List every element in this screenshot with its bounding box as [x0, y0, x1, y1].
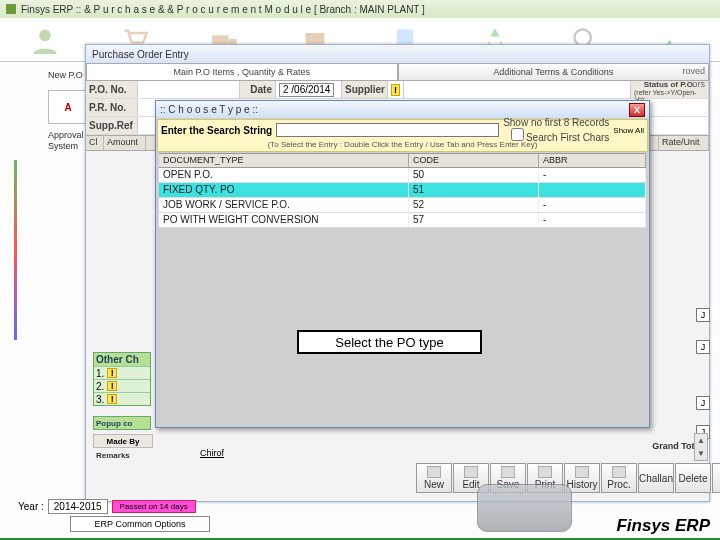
row-j-box[interactable]: J [696, 308, 710, 322]
tab-terms[interactable]: Additional Terms & Conditions [398, 63, 710, 81]
supp-ref-label: Supp.Ref [86, 117, 138, 134]
approval-label: Approval System [48, 130, 88, 152]
made-by-value: Chirof [200, 448, 224, 458]
warn-icon[interactable]: ! [107, 368, 117, 378]
other-ch-row[interactable]: 3.! [94, 392, 150, 405]
other-ch-row[interactable]: 1.! [94, 366, 150, 379]
choose-row-selected[interactable]: FIXED QTY. PO51 [159, 183, 646, 198]
brand-label: Finsys ERP [616, 516, 710, 536]
choose-type-titlebar: :: C h o o s e T y p e :: X [156, 101, 649, 118]
history-icon [575, 466, 589, 478]
scroll-down-icon[interactable]: ▼ [695, 447, 707, 460]
challan-button[interactable]: Challan [638, 463, 674, 493]
exit-button[interactable]: Exit [712, 463, 720, 493]
other-ch-row[interactable]: 2.! [94, 379, 150, 392]
other-charges-box: Other Ch 1.! 2.! 3.! [93, 352, 151, 406]
scroll-up-icon[interactable]: ▲ [695, 434, 707, 447]
choose-row[interactable]: OPEN P.O.50- [159, 168, 646, 183]
made-by-label: Made By [93, 434, 153, 448]
warn-icon[interactable]: ! [107, 381, 117, 391]
enter-search-label: Enter the Search String [161, 125, 272, 136]
svg-point-0 [39, 29, 51, 41]
po-window-title: Purchase Order Entry [86, 45, 709, 63]
approval-a-icon[interactable]: A [48, 90, 88, 124]
magenta-status[interactable]: Passed on 14 days [112, 500, 196, 513]
choose-type-dialog: :: C h o o s e T y p e :: X Enter the Se… [155, 100, 650, 428]
proc-button[interactable]: Proc. [601, 463, 637, 493]
po-no-field[interactable] [138, 81, 240, 98]
color-strip [14, 160, 17, 340]
row-j-box[interactable]: J [696, 340, 710, 354]
pr-no-label: P.R. No. [86, 99, 138, 116]
device-image [477, 484, 572, 532]
save-icon [501, 466, 515, 478]
po-no-label: P.O. No. [86, 81, 138, 98]
overflow-text: roved [682, 66, 705, 76]
year-value[interactable]: 2014-2015 [48, 499, 108, 514]
search-panel: Enter the Search String Show no first 8 … [157, 119, 648, 152]
delete-button[interactable]: Delete [675, 463, 711, 493]
other-ch-header: Other Ch [94, 353, 150, 366]
erp-common-options-button[interactable]: ERP Common Options [70, 516, 210, 532]
choose-grid-header: DOCUMENT_TYPE CODE ABBR [159, 153, 646, 168]
supplier-label: Supplier [342, 81, 388, 98]
choose-type-title: :: C h o o s e T y p e :: [160, 104, 258, 115]
warn-icon[interactable]: ! [107, 394, 117, 404]
overflow-text2: ors [692, 79, 705, 89]
show-all-link[interactable]: Show All [613, 126, 644, 135]
choose-row[interactable]: JOB WORK / SERVICE P.O.52- [159, 198, 646, 213]
user-icon [29, 26, 61, 54]
choose-grid-rows: OPEN P.O.50- FIXED QTY. PO51 JOB WORK / … [159, 168, 646, 228]
close-icon[interactable]: X [629, 103, 645, 117]
print-icon [538, 466, 552, 478]
app-titlebar: Finsys ERP :: & P u r c h a s e & & P r … [0, 0, 720, 18]
new-icon [427, 466, 441, 478]
date-label: Date [240, 81, 276, 98]
new-po-label: New P.O [48, 70, 83, 80]
app-icon [6, 4, 16, 14]
choose-empty-area [159, 228, 646, 398]
date-input[interactable]: 2 /06/2014 [279, 83, 334, 97]
remarks-scrollbar[interactable]: ▲▼ [694, 433, 708, 461]
year-bar: Year : 2014-2015 Passed on 14 days [18, 499, 196, 514]
svg-point-5 [575, 29, 591, 45]
year-label: Year : [18, 501, 44, 512]
supplier-lookup-icon[interactable]: ! [391, 84, 400, 96]
callout-label: Select the PO type [297, 330, 482, 354]
row-j-box[interactable]: J [696, 396, 710, 410]
choose-row[interactable]: PO WITH WEIGHT CONVERSION57- [159, 213, 646, 228]
remarks-label: Remarks [93, 448, 153, 462]
po-tabs: Main P.O Items , Quantity & Rates Additi… [86, 63, 709, 81]
tab-items[interactable]: Main P.O Items , Quantity & Rates [86, 63, 398, 81]
show-first-label[interactable]: Show no first 8 Records [503, 117, 609, 128]
supplier-field[interactable] [404, 81, 631, 98]
popup-co-button[interactable]: Popup co [93, 416, 151, 430]
app-title: Finsys ERP :: & P u r c h a s e & & P r … [21, 4, 425, 15]
edit-icon [464, 466, 478, 478]
new-button[interactable]: New [416, 463, 452, 493]
search-input[interactable] [276, 123, 499, 137]
proc-icon [612, 466, 626, 478]
svg-rect-1 [212, 35, 228, 44]
